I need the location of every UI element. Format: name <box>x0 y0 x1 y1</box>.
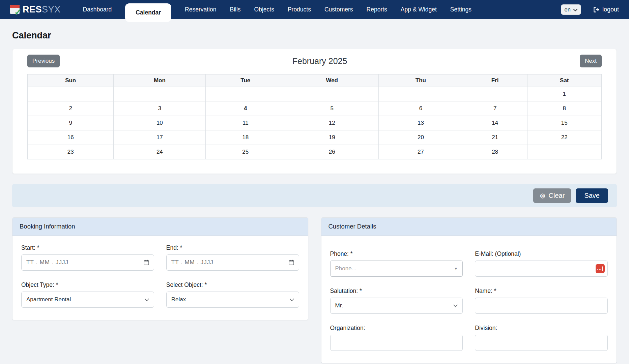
select-object-select[interactable]: Relax <box>166 292 299 308</box>
end-date-input[interactable] <box>166 254 299 271</box>
calendar-day-cell[interactable]: 28 <box>463 145 527 159</box>
brand-name: RESSYX <box>23 4 61 15</box>
previous-month-button[interactable]: Previous <box>27 55 60 67</box>
weekday-header-wed: Wed <box>285 74 379 87</box>
phone-placeholder: Phone... <box>335 265 356 272</box>
salutation-value: Mr. <box>335 302 343 309</box>
month-title: February 2025 <box>60 56 580 66</box>
x-circle-icon: ⊗ <box>540 192 546 199</box>
salutation-field: Salutation: * Mr. <box>330 287 463 314</box>
top-navbar: ✓ RESSYX DashboardCalendarReservationBil… <box>0 0 629 19</box>
language-value: en <box>565 6 571 13</box>
organization-input[interactable] <box>330 335 463 351</box>
salutation-label: Salutation: * <box>330 287 463 295</box>
end-date-label: End: * <box>166 244 299 251</box>
select-object-field: Select Object: * Relax <box>166 281 299 308</box>
nav-item-customers[interactable]: Customers <box>324 6 353 13</box>
calendar-day-cell[interactable]: 24 <box>114 145 206 159</box>
calendar-day-cell[interactable]: 27 <box>379 145 463 159</box>
object-type-field: Object Type: * Apartment Rental <box>21 281 154 308</box>
calendar-day-cell[interactable]: 26 <box>285 145 379 159</box>
division-field: Division: <box>475 325 608 351</box>
calendar-day-cell[interactable]: 12 <box>285 116 379 130</box>
calendar-day-cell[interactable]: 18 <box>206 130 285 145</box>
clear-button[interactable]: ⊗ Clear <box>533 188 571 203</box>
name-input[interactable] <box>475 298 608 314</box>
chevron-down-icon <box>453 304 458 307</box>
phone-label: Phone: * <box>330 250 463 257</box>
password-manager-extension-icon[interactable]: ... <box>596 264 605 273</box>
calendar-day-cell[interactable]: 16 <box>28 130 114 145</box>
nav-item-reports[interactable]: Reports <box>367 6 387 13</box>
action-bar: ⊗ Clear Save <box>12 184 617 207</box>
nav-item-products[interactable]: Products <box>288 6 311 13</box>
calendar-day-cell: 2 <box>28 101 114 116</box>
customer-details-panel: Customer Details Phone: * Phone... ▼ E-M… <box>321 217 617 363</box>
save-button[interactable]: Save <box>576 188 608 203</box>
calendar-day-cell[interactable]: 9 <box>28 116 114 130</box>
nav-item-dashboard[interactable]: Dashboard <box>83 6 112 13</box>
nav-item-app-widget[interactable]: App & Widget <box>401 6 437 13</box>
calendar-day-cell: 3 <box>114 101 206 116</box>
start-date-input[interactable] <box>21 254 154 271</box>
calendar-week-row: 9101112131415 <box>28 116 602 130</box>
weekday-header-fri: Fri <box>463 74 527 87</box>
brand-logo[interactable]: ✓ RESSYX <box>10 4 61 15</box>
calendar-day-cell[interactable]: 5 <box>285 101 379 116</box>
name-label: Name: * <box>475 287 608 295</box>
nav-item-reservation[interactable]: Reservation <box>185 6 216 13</box>
calendar-empty-cell <box>527 145 601 159</box>
calendar-picker-icon[interactable] <box>288 259 295 266</box>
calendar-day-cell[interactable]: 6 <box>379 101 463 116</box>
calendar-empty-cell <box>206 87 285 101</box>
calendar-week-row: 232425262728 <box>28 145 602 159</box>
nav-item-bills[interactable]: Bills <box>230 6 240 13</box>
phone-select[interactable]: Phone... ▼ <box>330 261 463 277</box>
logout-button[interactable]: logout <box>593 6 619 13</box>
chevron-down-icon <box>573 6 577 13</box>
calendar-day-cell[interactable]: 19 <box>285 130 379 145</box>
calendar-day-cell[interactable]: 13 <box>379 116 463 130</box>
end-date-field: End: * <box>166 244 299 271</box>
organization-label: Organization: <box>330 325 463 332</box>
nav-item-settings[interactable]: Settings <box>450 6 471 13</box>
calendar-day-cell[interactable]: 25 <box>206 145 285 159</box>
nav-item-objects[interactable]: Objects <box>254 6 274 13</box>
next-month-button[interactable]: Next <box>580 55 602 67</box>
email-input[interactable] <box>475 261 608 277</box>
calendar-picker-icon[interactable] <box>143 259 150 266</box>
calendar-day-cell[interactable]: 7 <box>463 101 527 116</box>
calendar-week-row: 16171819202122 <box>28 130 602 145</box>
booking-information-panel: Booking Information Start: * End: * <box>12 217 308 320</box>
calendar-day-cell[interactable]: 23 <box>28 145 114 159</box>
calendar-empty-cell <box>463 87 527 101</box>
calendar-day-cell[interactable]: 8 <box>527 101 601 116</box>
phone-field: Phone: * Phone... ▼ <box>330 250 463 277</box>
calendar-day-cell[interactable]: 15 <box>527 116 601 130</box>
start-date-label: Start: * <box>21 244 154 251</box>
calendar-day-cell[interactable]: 10 <box>114 116 206 130</box>
division-input[interactable] <box>475 335 608 351</box>
calendar-day-cell[interactable]: 14 <box>463 116 527 130</box>
weekday-header-mon: Mon <box>114 74 206 87</box>
calendar-day-cell[interactable]: 17 <box>114 130 206 145</box>
calendar-day-cell[interactable]: 11 <box>206 116 285 130</box>
customer-panel-title: Customer Details <box>321 218 617 236</box>
object-type-select[interactable]: Apartment Rental <box>21 292 154 308</box>
booking-panel-body: Start: * End: * <box>12 236 308 320</box>
language-select[interactable]: en <box>561 4 581 15</box>
nav-item-calendar[interactable]: Calendar <box>125 3 171 22</box>
division-label: Division: <box>475 325 608 332</box>
object-type-value: Apartment Rental <box>26 296 71 303</box>
page-content: Calendar Previous February 2025 Next Sun… <box>0 30 629 363</box>
calendar-day-cell[interactable]: 20 <box>379 130 463 145</box>
calendar-day-cell[interactable]: 21 <box>463 130 527 145</box>
salutation-select[interactable]: Mr. <box>330 298 463 314</box>
weekday-header-thu: Thu <box>379 74 463 87</box>
start-date-field: Start: * <box>21 244 154 271</box>
calendar-day-cell[interactable]: 22 <box>527 130 601 145</box>
calendar-empty-cell <box>285 87 379 101</box>
calendar-day-cell[interactable]: 4 <box>206 101 285 116</box>
weekday-header-sat: Sat <box>527 74 601 87</box>
calendar-card: Previous February 2025 Next SunMonTueWed… <box>12 49 617 174</box>
